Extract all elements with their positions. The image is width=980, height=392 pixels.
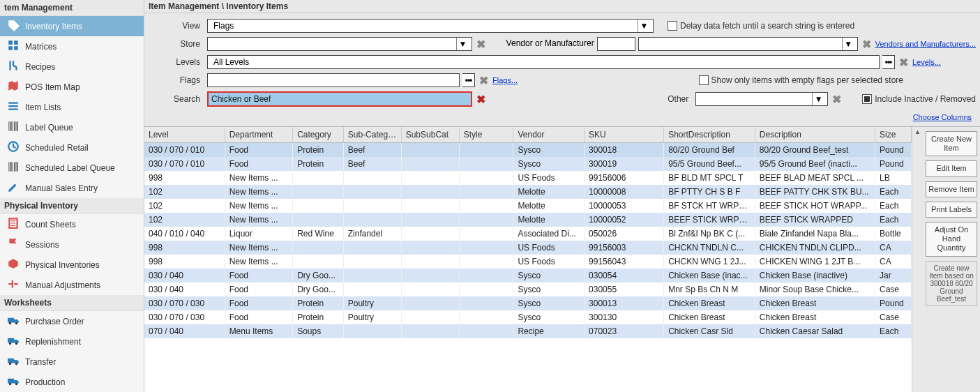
clear-search-icon[interactable]: ✖: [475, 93, 487, 106]
levels-lookup-button[interactable]: •••: [882, 55, 895, 69]
sidebar-item[interactable]: Label Queue: [0, 117, 144, 137]
chevron-down-icon[interactable]: ▼: [638, 20, 650, 32]
table-cell: 998: [144, 255, 225, 269]
sidebar-item[interactable]: Item Lists: [0, 97, 144, 117]
sidebar-item[interactable]: Inventory Items: [0, 16, 144, 36]
sidebar-item[interactable]: Scheduled Label Queue: [0, 158, 144, 178]
sidebar-item[interactable]: Recipes: [0, 56, 144, 77]
column-header[interactable]: SubSubCat: [401, 127, 459, 143]
edit-item-button[interactable]: Edit Item: [926, 160, 977, 176]
table-row[interactable]: 030 / 070 / 010FoodProteinBeefSysco30001…: [144, 157, 912, 171]
clear-levels-icon[interactable]: ✖: [898, 56, 910, 69]
sidebar-item[interactable]: Count Sheets: [0, 214, 144, 234]
inventory-grid[interactable]: LevelDepartmentCategorySub-CategorySubSu…: [144, 127, 912, 392]
table-cell: Chicken Breast: [664, 296, 755, 310]
table-row[interactable]: 102New Items ...Melotte10000052BEEF STIC…: [144, 213, 912, 227]
sidebar-item[interactable]: Sessions: [0, 234, 144, 255]
other-select[interactable]: ▼: [695, 92, 828, 106]
table-row[interactable]: 070 / 040Menu ItemsSoupsRecipe070023Chic…: [144, 324, 912, 338]
print-labels-button[interactable]: Print Labels: [926, 202, 977, 218]
table-row[interactable]: 998New Items ...US Foods99156006BF BLD M…: [144, 171, 912, 185]
action-panel: Create New Item Edit Item Remove Item Pr…: [923, 127, 980, 392]
column-header[interactable]: Sub-Category: [343, 127, 401, 143]
table-cell: [459, 269, 513, 282]
chevron-down-icon[interactable]: ▼: [456, 38, 469, 50]
table-row[interactable]: 040 / 010 / 040LiquorRed WineZinfandelAs…: [144, 227, 912, 241]
empty-flags-checkbox[interactable]: [699, 75, 709, 85]
table-cell: [401, 282, 459, 296]
flags-link[interactable]: Flags...: [492, 76, 518, 84]
table-row[interactable]: 102New Items ...Melotte10000053BF STCK H…: [144, 199, 912, 213]
include-inactive-checkbox[interactable]: [862, 94, 872, 104]
chevron-down-icon[interactable]: ▼: [842, 38, 854, 50]
sidebar-item[interactable]: Manual Adjustments: [0, 275, 144, 295]
table-cell: 95/5 Ground Beef...: [664, 157, 755, 171]
other-label: Other: [658, 94, 693, 104]
clear-flags-icon[interactable]: ✖: [478, 74, 490, 87]
grid-scrollbar[interactable]: [912, 127, 923, 392]
table-cell: BEEF STICK HOT WRAPP...: [755, 199, 875, 213]
table-row[interactable]: 102New Items ...Melotte10000008BF PTTY C…: [144, 185, 912, 199]
column-header[interactable]: ShortDescription: [664, 127, 755, 143]
table-cell: Each: [875, 213, 912, 227]
levels-field[interactable]: All Levels: [207, 55, 880, 69]
sidebar-item[interactable]: POS Item Map: [0, 77, 144, 97]
table-cell: 998: [144, 171, 225, 185]
column-header[interactable]: Style: [459, 127, 513, 143]
sidebar-item[interactable]: Transfer: [0, 352, 144, 372]
list-icon: [7, 100, 20, 114]
table-row[interactable]: 030 / 070 / 030FoodProteinPoultrySysco30…: [144, 310, 912, 324]
column-header[interactable]: Description: [755, 127, 875, 143]
clear-vendor-icon[interactable]: ✖: [861, 38, 873, 51]
table-row[interactable]: 030 / 040FoodDry Goo...Sysco030054Chicke…: [144, 269, 912, 282]
table-row[interactable]: 998New Items ...US Foods99156043CHCKN WN…: [144, 255, 912, 269]
chevron-down-icon[interactable]: ▼: [812, 93, 824, 105]
table-row[interactable]: 030 / 040FoodDry Goo...Sysco030055Mnr Sp…: [144, 282, 912, 296]
table-cell: New Items ...: [225, 241, 293, 255]
table-cell: [343, 269, 401, 282]
column-header[interactable]: Size: [875, 127, 912, 143]
column-header[interactable]: Level: [144, 127, 225, 143]
edit-icon: [7, 181, 20, 195]
table-row[interactable]: 998New Items ...US Foods99156003CHCKN TN…: [144, 241, 912, 255]
table-row[interactable]: 030 / 070 / 010FoodProteinBeefSysco30001…: [144, 143, 912, 158]
flags-lookup-button[interactable]: •••: [462, 73, 475, 87]
table-cell: [459, 282, 513, 296]
clone-item-button[interactable]: Create new Item based on 300018 80/20 Gr…: [926, 261, 977, 306]
column-header[interactable]: SKU: [585, 127, 664, 143]
sidebar-item[interactable]: Purchase Order: [0, 311, 144, 331]
view-select[interactable]: Flags ▼: [207, 19, 654, 33]
clear-other-icon[interactable]: ✖: [831, 93, 843, 106]
sidebar-item[interactable]: Matrices: [0, 36, 144, 56]
sidebar-item[interactable]: Manual Sales Entry: [0, 178, 144, 198]
adjust-quantity-button[interactable]: Adjust On Hand Quantity: [926, 222, 977, 257]
vendor-select[interactable]: ▼: [638, 37, 858, 51]
table-cell: Protein: [293, 310, 344, 324]
choose-columns-link[interactable]: Choose Columns: [913, 113, 972, 121]
table-row[interactable]: 030 / 070 / 030FoodProteinPoultrySysco30…: [144, 296, 912, 310]
create-new-item-button[interactable]: Create New Item: [926, 131, 977, 156]
sidebar-item[interactable]: Physical Inventories: [0, 255, 144, 275]
column-header[interactable]: Vendor: [513, 127, 585, 143]
sidebar-item[interactable]: Production: [0, 372, 144, 392]
sidebar-item[interactable]: Replenishment: [0, 331, 144, 352]
column-header[interactable]: Category: [293, 127, 344, 143]
flags-field[interactable]: [207, 73, 460, 87]
levels-link[interactable]: Levels...: [912, 58, 941, 66]
vendor-code-input[interactable]: [597, 37, 635, 51]
sidebar-item[interactable]: Scheduled Retail: [0, 137, 144, 158]
table-cell: Liquor: [225, 227, 293, 241]
store-select[interactable]: ▼: [207, 37, 472, 51]
delay-fetch-checkbox[interactable]: [668, 21, 677, 31]
table-cell: CA: [875, 255, 912, 269]
search-input[interactable]: [207, 91, 472, 107]
table-cell: [343, 324, 401, 338]
remove-item-button[interactable]: Remove Item: [926, 181, 977, 197]
table-cell: Poultry: [343, 310, 401, 324]
table-cell: Each: [875, 324, 912, 338]
column-header[interactable]: Department: [225, 127, 293, 143]
vendors-link[interactable]: Vendors and Manufacturers...: [875, 40, 976, 48]
table-cell: 030 / 040: [144, 282, 225, 296]
table-cell: Biale Zinfandel Napa Bla...: [755, 227, 875, 241]
clear-store-icon[interactable]: ✖: [475, 38, 487, 51]
